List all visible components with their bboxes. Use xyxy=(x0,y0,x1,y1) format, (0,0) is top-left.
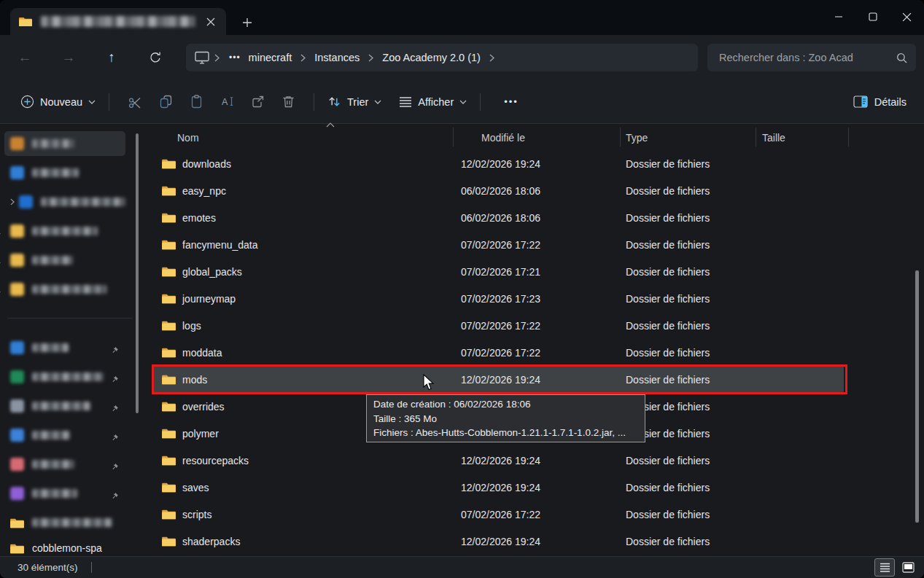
column-header-name[interactable]: Nom xyxy=(177,132,199,144)
file-row-scripts[interactable]: scripts07/02/2026 17:22Dossier de fichie… xyxy=(142,501,924,528)
maximize-icon[interactable] xyxy=(855,0,890,34)
file-type: Dossier de fichiers xyxy=(626,293,710,305)
file-row-logs[interactable]: logs07/02/2026 17:22Dossier de fichiers xyxy=(142,312,924,339)
breadcrumb-item-minecraft[interactable]: minecraft xyxy=(245,52,296,63)
more-options-button[interactable]: ••• xyxy=(504,96,519,107)
file-modified: 06/02/2026 18:06 xyxy=(461,185,540,197)
sidebar-item[interactable] xyxy=(4,481,125,506)
file-row-easy_npc[interactable]: easy_npc06/02/2026 18:06Dossier de fichi… xyxy=(142,177,924,204)
column-divider[interactable] xyxy=(453,128,454,147)
new-button[interactable]: Nouveau xyxy=(18,90,98,113)
tab-close-icon[interactable] xyxy=(204,15,217,28)
new-tab-icon[interactable] xyxy=(239,15,255,31)
file-modified: 12/02/2026 19:24 xyxy=(461,158,540,170)
up-icon[interactable]: ↑ xyxy=(99,46,124,69)
file-row-saves[interactable]: saves12/02/2026 19:24Dossier de fichiers xyxy=(142,474,924,501)
file-row-mods[interactable]: mods12/02/2026 19:24Dossier de fichiers xyxy=(152,366,844,393)
sidebar-item[interactable] xyxy=(4,364,125,389)
chevron-down-icon xyxy=(459,100,467,104)
file-modified: 12/02/2026 19:24 xyxy=(461,374,540,386)
sidebar-item[interactable] xyxy=(4,248,125,273)
file-type: Dossier de fichiers xyxy=(626,374,710,386)
minimize-icon[interactable] xyxy=(821,0,855,34)
back-icon[interactable]: ← xyxy=(12,46,37,69)
file-row-journeymap[interactable]: journeymap07/02/2026 17:23Dossier de fic… xyxy=(142,285,924,312)
column-divider[interactable] xyxy=(620,128,621,147)
sidebar-item[interactable] xyxy=(4,452,125,477)
explorer-tab[interactable] xyxy=(10,8,226,35)
sidebar-item[interactable] xyxy=(4,423,125,448)
sidebar-item[interactable] xyxy=(4,219,125,243)
file-row-resourcepacks[interactable]: resourcepacks12/02/2026 19:24Dossier de … xyxy=(142,447,924,474)
sidebar-item[interactable] xyxy=(4,335,125,360)
folder-icon xyxy=(19,16,32,27)
details-pane-label: Détails xyxy=(874,96,906,108)
refresh-icon[interactable] xyxy=(143,46,168,69)
folder-icon xyxy=(162,158,176,169)
pictures-icon xyxy=(10,429,24,442)
sidebar-item[interactable] xyxy=(4,277,125,302)
details-view-button[interactable] xyxy=(874,558,895,577)
folder-icon xyxy=(10,254,24,267)
copy-icon[interactable] xyxy=(158,94,174,110)
breadcrumb-overflow[interactable]: ••• xyxy=(225,52,245,63)
downloads-icon xyxy=(10,370,24,383)
file-name: polymer xyxy=(182,428,219,440)
file-name: moddata xyxy=(182,347,222,359)
view-button[interactable]: Afficher xyxy=(396,92,470,112)
sidebar-item-redacted xyxy=(32,460,74,469)
folder-tooltip: Date de création : 06/02/2026 18:06 Tail… xyxy=(366,394,645,442)
sidebar-item[interactable] xyxy=(4,160,125,185)
breadcrumb[interactable]: ••• minecraft Instances Zoo Academy 2.0 … xyxy=(186,44,698,71)
search-icon xyxy=(896,52,907,63)
sidebar-item[interactable] xyxy=(4,394,125,418)
chevron-right-icon xyxy=(214,54,220,62)
forward-icon[interactable]: → xyxy=(56,46,81,69)
share-icon[interactable] xyxy=(249,94,265,110)
search-placeholder: Rechercher dans : Zoo Acad xyxy=(719,52,896,63)
onedrive-icon xyxy=(19,195,33,208)
file-row-emotes[interactable]: emotes06/02/2026 18:06Dossier de fichier… xyxy=(142,204,924,231)
file-list-scrollbar[interactable] xyxy=(915,270,919,523)
close-icon[interactable] xyxy=(890,0,924,34)
file-type: Dossier de fichiers xyxy=(626,482,710,493)
column-divider[interactable] xyxy=(756,128,756,147)
file-row-global_packs[interactable]: global_packs07/02/2026 17:21Dossier de f… xyxy=(142,258,924,285)
delete-icon[interactable] xyxy=(280,94,296,110)
sort-button[interactable]: Trier xyxy=(325,90,384,113)
documents-icon xyxy=(10,399,24,413)
sidebar-item-redacted xyxy=(32,168,79,177)
breadcrumb-item-instances[interactable]: Instances xyxy=(311,52,363,63)
file-name: saves xyxy=(182,482,209,493)
toolbar-divider xyxy=(109,93,109,111)
file-name: easy_npc xyxy=(182,185,226,197)
paste-icon[interactable] xyxy=(188,94,204,110)
sidebar-scrollbar[interactable] xyxy=(136,133,139,413)
folder-icon xyxy=(162,509,176,520)
file-name: downloads xyxy=(182,158,231,170)
column-header-modified[interactable]: Modifié le xyxy=(481,132,525,144)
file-type: Dossier de fichiers xyxy=(626,347,710,359)
gallery-icon xyxy=(10,166,24,179)
sidebar-item[interactable] xyxy=(4,510,125,535)
thumbnail-view-button[interactable] xyxy=(898,558,918,577)
details-pane-button[interactable]: Détails xyxy=(853,95,906,108)
file-row-downloads[interactable]: downloads12/02/2026 19:24Dossier de fich… xyxy=(142,150,924,177)
rename-icon[interactable]: A xyxy=(219,94,235,110)
file-row-moddata[interactable]: moddata07/02/2026 17:22Dossier de fichie… xyxy=(142,339,924,366)
column-header-size[interactable]: Taille xyxy=(762,132,785,144)
search-input[interactable]: Rechercher dans : Zoo Acad xyxy=(707,44,916,71)
column-divider[interactable] xyxy=(848,128,849,147)
file-row-shaderpacks[interactable]: shaderpacks12/02/2026 19:24Dossier de fi… xyxy=(142,528,924,555)
sidebar-item[interactable] xyxy=(4,190,125,214)
sidebar-item[interactable] xyxy=(4,131,125,156)
file-type: Dossier de fichiers xyxy=(626,266,710,278)
cut-icon[interactable] xyxy=(127,94,143,110)
file-row-fancymenu_data[interactable]: fancymenu_data07/02/2026 17:22Dossier de… xyxy=(142,231,924,258)
file-explorer-window: ← → ↑ ••• minecraft Instances Zoo Academ… xyxy=(0,0,924,578)
breadcrumb-item-current[interactable]: Zoo Academy 2.0 (1) xyxy=(378,52,484,63)
view-lines-icon xyxy=(399,96,412,108)
chevron-right-icon xyxy=(489,54,494,62)
column-header-type[interactable]: Type xyxy=(626,132,648,144)
home-icon xyxy=(10,137,24,150)
